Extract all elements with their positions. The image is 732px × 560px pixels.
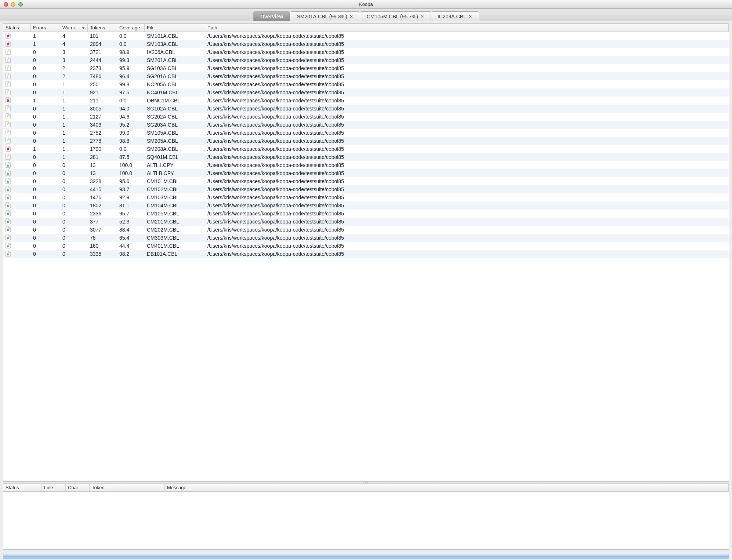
close-tab-icon[interactable]: ✕ (420, 14, 424, 19)
col-tokens[interactable]: Tokens (88, 24, 117, 32)
ok-status-icon: ■ (6, 226, 11, 232)
table-row[interactable]: !0192197.5NC401M.CBL/Users/kris/workspac… (3, 88, 729, 97)
warn-status-icon: ! (6, 65, 11, 71)
tab-ic209a-cbl[interactable]: IC209A.CBL✕ (431, 11, 479, 21)
cell-tokens: 2752 (88, 130, 117, 136)
dcol-token[interactable]: Token (90, 484, 165, 491)
dcol-message[interactable]: Message (165, 484, 729, 491)
cell-tokens: 78 (88, 235, 117, 241)
table-row[interactable]: ■0013100.0ALTL1.CPY/Users/kris/workspace… (3, 161, 729, 169)
close-tab-icon[interactable]: ✕ (349, 14, 353, 19)
cell-tokens: 921 (88, 90, 117, 95)
table-row[interactable]: ■00307788.4CM202M.CBL/Users/kris/workspa… (3, 226, 729, 234)
cell-coverage: 95.2 (117, 122, 145, 128)
cell-status: ! (3, 138, 31, 145)
cell-warnings: 1 (60, 130, 88, 136)
table-row[interactable]: ■0037752.3CM201M.CBL/Users/kris/workspac… (3, 218, 729, 226)
cell-coverage: 98.9 (117, 49, 145, 55)
table-row[interactable]: !01300594.0SG102A.CBL/Users/kris/workspa… (3, 105, 729, 113)
cell-file: DB101A.CBL (145, 251, 205, 257)
cell-warnings: 4 (60, 41, 88, 47)
col-errors[interactable]: Errors (31, 24, 60, 32)
table-row[interactable]: ✖112110.0OBNC1M.CBL/Users/kris/workspace… (3, 97, 729, 105)
cell-file: CM104M.CBL (145, 203, 205, 208)
table-row[interactable]: !03372198.9IX206A.CBL/Users/kris/workspa… (3, 48, 729, 56)
table-row[interactable]: !01275299.0SM105A.CBL/Users/kris/workspa… (3, 129, 729, 137)
close-tab-icon[interactable]: ✕ (468, 14, 472, 19)
ok-status-icon: ■ (6, 186, 11, 192)
table-row[interactable]: ■0016044.4CM401M.CBL/Users/kris/workspac… (3, 242, 729, 250)
table-row[interactable]: ■00147692.9CM103M.CBL/Users/kris/workspa… (3, 193, 729, 201)
table-row[interactable]: ■00233695.7CM105M.CBL/Users/kris/workspa… (3, 210, 729, 218)
col-path[interactable]: Path (205, 24, 729, 32)
cell-path: /Users/kris/workspaces/koopa/koopa-code/… (205, 170, 729, 176)
cell-warnings: 0 (60, 162, 88, 168)
cell-status: ✖ (3, 97, 31, 104)
cell-coverage: 95.9 (117, 65, 145, 71)
cell-path: /Users/kris/workspaces/koopa/koopa-code/… (205, 203, 729, 208)
cell-file: SG203A.CBL (145, 122, 205, 128)
table-row[interactable]: !01212794.6SG202A.CBL/Users/kris/workspa… (3, 113, 729, 121)
table-row[interactable]: !02748696.4SG201A.CBL/Users/kris/workspa… (3, 72, 729, 80)
warn-status-icon: ! (6, 73, 11, 79)
table-row[interactable]: !03244499.3SM201A.CBL/Users/kris/workspa… (3, 56, 729, 64)
cell-coverage: 0.0 (117, 98, 145, 103)
table-row[interactable]: ■00322895.6CM101M.CBL/Users/kris/workspa… (3, 177, 729, 185)
cell-warnings: 1 (60, 122, 88, 128)
tab-overview[interactable]: Overview (253, 11, 290, 21)
error-status-icon: ✖ (6, 146, 11, 152)
cell-coverage: 65.4 (117, 235, 145, 241)
minimize-window-button[interactable] (11, 2, 15, 7)
table-row[interactable]: ■0013100.0ALTLB.CPY/Users/kris/workspace… (3, 169, 729, 177)
col-warnings[interactable]: Warni… ▼ (60, 24, 88, 32)
overview-table-body[interactable]: ✖141010.0SM101A.CBL/Users/kris/workspace… (3, 32, 729, 481)
table-row[interactable]: ■007865.4CM303M.CBL/Users/kris/workspace… (3, 234, 729, 242)
cell-coverage: 95.6 (117, 178, 145, 184)
dcol-status[interactable]: Status (3, 484, 42, 491)
table-row[interactable]: !01277898.8SM205A.CBL/Users/kris/workspa… (3, 137, 729, 145)
table-row[interactable]: ■00180281.1CM104M.CBL/Users/kris/workspa… (3, 201, 729, 210)
cell-status: ! (3, 130, 31, 137)
cell-tokens: 2444 (88, 57, 117, 63)
cell-file: SG103A.CBL (145, 65, 205, 71)
table-row[interactable]: ✖1117900.0SM208A.CBL/Users/kris/workspac… (3, 145, 729, 153)
cell-errors: 0 (31, 194, 60, 200)
tab-label: CM105M.CBL (95.7%) (367, 14, 418, 19)
col-coverage[interactable]: Coverage (117, 24, 145, 32)
col-file[interactable]: File (145, 24, 205, 32)
close-window-button[interactable] (4, 2, 8, 7)
table-row[interactable]: ✖1420940.0SM103A.CBL/Users/kris/workspac… (3, 40, 729, 48)
table-row[interactable]: ✖141010.0SM101A.CBL/Users/kris/workspace… (3, 32, 729, 40)
table-row[interactable]: !02237395.9SG103A.CBL/Users/kris/workspa… (3, 64, 729, 72)
cell-warnings: 0 (60, 186, 88, 192)
col-status[interactable]: Status (3, 24, 31, 32)
cell-tokens: 3077 (88, 227, 117, 233)
cell-path: /Users/kris/workspaces/koopa/koopa-code/… (205, 194, 729, 200)
tab-sm201a-cbl-99-3-[interactable]: SM201A.CBL (99.3%)✕ (290, 11, 360, 21)
table-row[interactable]: !01340395.2SG203A.CBL/Users/kris/workspa… (3, 121, 729, 129)
detail-table-body[interactable] (3, 492, 729, 549)
panel-splitter[interactable] (3, 481, 729, 484)
ok-status-icon: ■ (6, 202, 11, 208)
dcol-line[interactable]: Line (42, 484, 66, 491)
table-row[interactable]: !01250199.8NC205A.CBL/Users/kris/workspa… (3, 80, 729, 88)
dcol-char[interactable]: Char (66, 484, 90, 491)
cell-status: ! (3, 73, 31, 80)
cell-path: /Users/kris/workspaces/koopa/koopa-code/… (205, 219, 729, 225)
table-row[interactable]: ■00441593.7CM102M.CBL/Users/kris/workspa… (3, 185, 729, 193)
tab-cm105m-cbl-95-7-[interactable]: CM105M.CBL (95.7%)✕ (360, 11, 431, 21)
cell-path: /Users/kris/workspaces/koopa/koopa-code/… (205, 122, 729, 128)
cell-path: /Users/kris/workspaces/koopa/koopa-code/… (205, 41, 729, 47)
cell-errors: 0 (31, 219, 60, 225)
progress-bar (3, 554, 729, 559)
cell-file: SM201A.CBL (145, 57, 205, 63)
cell-coverage: 81.1 (117, 203, 145, 208)
table-row[interactable]: ■00333598.2DB101A.CBL/Users/kris/workspa… (3, 250, 729, 258)
cell-path: /Users/kris/workspaces/koopa/koopa-code/… (205, 106, 729, 112)
cell-errors: 1 (31, 98, 60, 103)
zoom-window-button[interactable] (18, 2, 23, 7)
cell-coverage: 44.4 (117, 243, 145, 249)
cell-path: /Users/kris/workspaces/koopa/koopa-code/… (205, 65, 729, 71)
table-row[interactable]: !0128187.5SQ401M.CBL/Users/kris/workspac… (3, 153, 729, 161)
cell-tokens: 160 (88, 243, 117, 249)
